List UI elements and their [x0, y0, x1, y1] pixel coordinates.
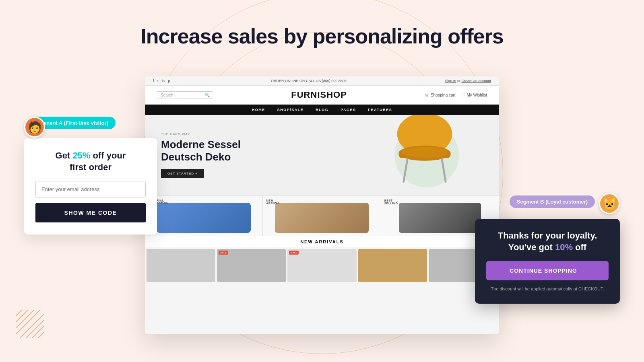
nav-home[interactable]: HOME — [252, 108, 265, 112]
create-account-link[interactable]: Create an account — [461, 79, 491, 83]
segment-a-container: 🧑 Segment A (First-time visitor) Get 25%… — [24, 117, 157, 234]
svg-line-7 — [38, 332, 44, 338]
hero-cta-button[interactable]: GET STARTED + — [161, 169, 204, 178]
popup-a-title: Get 25% off yourfirst order — [35, 150, 146, 173]
popup-b-title: Thanks for your loyalty.You've got 10% o… — [486, 230, 609, 253]
product-label-2: NEWARRIVAL — [266, 199, 280, 205]
search-text: Search... — [161, 93, 177, 97]
svg-line-11 — [404, 159, 408, 182]
store-search[interactable]: Search... 🔍 — [157, 91, 213, 99]
hero-text: THE HARD WAY Moderne SesselDeutsch Deko … — [145, 120, 257, 190]
discount-b: 10% — [555, 242, 573, 252]
svg-line-1 — [16, 310, 28, 322]
popup-b-footer: The discount will be applied automatical… — [486, 286, 609, 292]
nav-pages[interactable]: PAGES — [341, 108, 356, 112]
arrival-item-1 — [147, 249, 215, 282]
nav-blog[interactable]: BLOG — [316, 108, 328, 112]
avatar-face-b: 🐱 — [603, 197, 617, 210]
search-icon: 🔍 — [205, 93, 210, 97]
wishlist-link[interactable]: ♡ My Wishlist — [462, 93, 487, 97]
segment-b-avatar: 🐱 — [599, 193, 620, 214]
pinterest-icon: p — [168, 79, 170, 83]
product-label-3: BESTSELLING — [384, 199, 398, 205]
contact-info: ORDER ONLINE OR CALL US (800) 000 8808 — [271, 79, 347, 83]
social-icons: f t in p — [153, 79, 173, 83]
store-logo: FURNISHOP — [291, 90, 347, 100]
store-hero: THE HARD WAY Moderne SesselDeutsch Deko … — [145, 115, 499, 195]
hero-chair-image — [386, 115, 467, 195]
product-row: MATERIALCOLLECTION NEWARRIVAL BESTSELLIN… — [145, 195, 499, 236]
arrival-item-4 — [358, 249, 427, 282]
segment-b-container: Segment B (Loyal customer) 🐱 Thanks for … — [475, 193, 620, 304]
sale-badge-2: SALE — [289, 251, 299, 255]
store-header: Search... 🔍 FURNISHOP 🛒 Shopping cart ♡ … — [145, 86, 499, 105]
product-card-table: NEWARRIVAL — [263, 196, 381, 236]
show-me-code-button[interactable]: SHOW ME CODE — [35, 203, 146, 222]
twitter-icon: t — [157, 79, 159, 83]
browser-mockup: f t in p ORDER ONLINE OR CALL US (800) 0… — [145, 76, 499, 334]
auth-links: Sign In or Create an account — [445, 79, 491, 83]
segment-b-tag: Segment B (Loyal customer) — [510, 195, 595, 208]
arrival-item-3: SALE — [287, 249, 356, 282]
svg-line-6 — [32, 326, 44, 338]
svg-point-13 — [402, 147, 448, 158]
facebook-icon: f — [153, 79, 154, 83]
svg-line-12 — [442, 159, 446, 182]
email-input-a[interactable] — [35, 181, 146, 197]
cart-link[interactable]: 🛒 Shopping cart — [425, 93, 456, 97]
arrival-item-2: SALE — [217, 249, 286, 282]
store-topbar: f t in p ORDER ONLINE OR CALL US (800) 0… — [145, 76, 499, 86]
hero-label: THE HARD WAY — [161, 132, 241, 136]
nav-shopsale[interactable]: SHOP/SALE — [277, 108, 304, 112]
nav-features[interactable]: FEATURES — [368, 108, 392, 112]
discount-a: 25% — [72, 150, 90, 160]
signin-link[interactable]: Sign In — [445, 79, 456, 83]
auth-or: or — [457, 79, 460, 83]
continue-shopping-button[interactable]: CONTINUE SHOPPING → — [486, 261, 609, 280]
popup-b: Thanks for your loyalty.You've got 10% o… — [475, 219, 620, 304]
arrivals-row: SALE SALE — [145, 247, 499, 284]
popup-a: Get 25% off yourfirst order SHOW ME CODE — [24, 138, 157, 234]
product-card-sofa: MATERIALCOLLECTION — [145, 196, 263, 236]
instagram-icon: in — [162, 79, 165, 83]
svg-line-0 — [16, 310, 22, 316]
new-arrivals-title: NEW ARRIVALS — [145, 236, 499, 247]
hero-heading: Moderne SesselDeutsch Deko — [161, 138, 241, 163]
avatar-face-a: 🧑 — [28, 121, 42, 134]
page-title: Increase sales by personalizing offers — [0, 0, 644, 48]
deco-lines — [16, 310, 44, 338]
sale-badge-1: SALE — [219, 251, 228, 255]
store-nav: HOME SHOP/SALE BLOG PAGES FEATURES — [145, 105, 499, 115]
segment-a-avatar: 🧑 — [24, 117, 45, 138]
store-actions: 🛒 Shopping cart ♡ My Wishlist — [425, 93, 487, 97]
